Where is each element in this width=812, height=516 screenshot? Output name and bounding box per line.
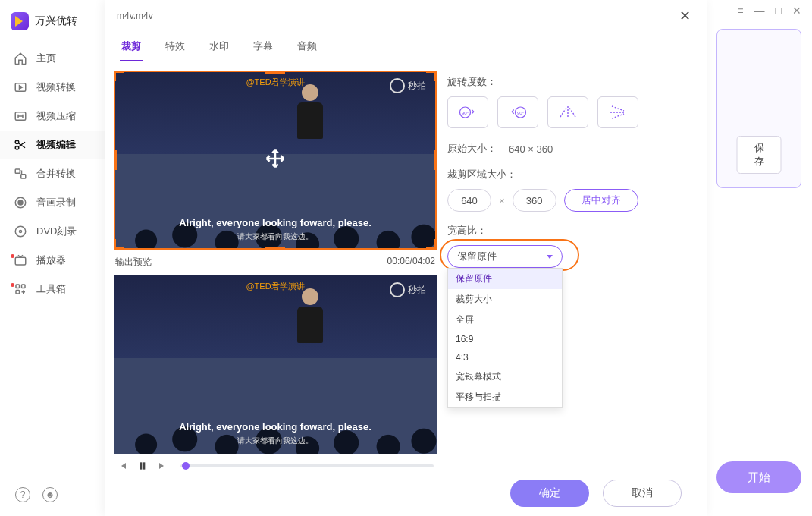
close-window-icon[interactable]: ✕	[792, 5, 801, 17]
grid-icon	[14, 282, 27, 296]
aspect-option[interactable]: 平移与扫描	[448, 387, 562, 407]
maximize-icon[interactable]: □	[776, 5, 782, 17]
nav-dvd-burn[interactable]: DVD刻录	[0, 217, 105, 246]
svg-rect-12	[22, 285, 26, 288]
nav-screen-record[interactable]: 音画录制	[0, 188, 105, 217]
edit-modal: m4v.m4v ✕ 裁剪 特效 水印 字幕 音频 @TED君学演讲 秒拍 Alr…	[105, 0, 707, 516]
nav-label: 工具箱	[36, 282, 66, 296]
aspect-ratio-label: 宽高比：	[447, 224, 690, 238]
ted-watermark: @TED君学演讲	[246, 77, 304, 88]
aspect-option[interactable]: 16:9	[448, 330, 562, 348]
subtitle-cn: 请大家都看向我这边。	[114, 436, 437, 446]
nav-video-compress[interactable]: 视频压缩	[0, 102, 105, 131]
nav-merge-convert[interactable]: 合并转换	[0, 159, 105, 188]
nav-label: 音画录制	[36, 196, 76, 209]
nav-video-convert[interactable]: 视频转换	[0, 73, 105, 102]
tab-audio[interactable]: 音频	[296, 35, 318, 61]
nav-label: 视频压缩	[36, 109, 76, 123]
save-button[interactable]: 保存	[737, 136, 782, 174]
feedback-icon[interactable]: ☻	[42, 487, 58, 502]
rotate-cw-button[interactable]: 90°	[447, 96, 488, 128]
svg-text:90°: 90°	[517, 110, 525, 115]
ok-button[interactable]: 确定	[510, 480, 589, 507]
rotate-ccw-button[interactable]: 90°	[497, 96, 538, 128]
aspect-option[interactable]: 宽银幕模式	[448, 367, 562, 387]
svg-rect-13	[16, 291, 20, 294]
svg-point-9	[20, 231, 22, 233]
nav-player[interactable]: 播放器	[0, 246, 105, 275]
nav-label: 视频转换	[36, 80, 76, 94]
tv-icon	[14, 253, 27, 267]
svg-point-7	[18, 200, 23, 205]
app-logo: 万兴优转	[0, 6, 105, 36]
aspect-option[interactable]: 全屏	[448, 310, 562, 330]
svg-rect-14	[140, 462, 143, 469]
aspect-option[interactable]: 保留原件	[448, 269, 562, 289]
move-handle-icon[interactable]	[264, 147, 287, 173]
nav-label: DVD刻录	[36, 225, 77, 238]
crop-width-input[interactable]	[447, 189, 491, 212]
subtitle-cn: 请大家都看向我这边。	[114, 231, 437, 242]
nav-toolbox[interactable]: 工具箱	[0, 275, 105, 304]
aspect-option[interactable]: 裁剪大小	[448, 289, 562, 310]
badge-dot	[11, 283, 14, 287]
nav-home[interactable]: 主页	[0, 44, 105, 73]
convert-icon	[14, 80, 27, 94]
tab-watermark[interactable]: 水印	[208, 35, 230, 61]
nav-label: 合并转换	[36, 167, 76, 181]
compress-icon	[14, 109, 27, 123]
nav-label: 主页	[36, 52, 56, 65]
flip-horizontal-button[interactable]	[547, 96, 588, 128]
start-button[interactable]: 开始	[716, 461, 801, 493]
tab-effects[interactable]: 特效	[164, 35, 187, 61]
rotation-label: 旋转度数：	[447, 75, 690, 89]
aspect-ratio-select[interactable]: 保留原件	[447, 245, 563, 268]
center-align-button[interactable]: 居中对齐	[564, 189, 638, 212]
scissors-icon	[14, 138, 27, 152]
crop-preview[interactable]: @TED君学演讲 秒拍 Alright, everyone looking fo…	[114, 71, 437, 250]
original-size-label: 原始大小：	[447, 142, 497, 156]
output-preview-label: 输出预览	[115, 256, 152, 269]
aspect-option[interactable]: 4:3	[448, 348, 562, 367]
tab-subtitle[interactable]: 字幕	[252, 35, 274, 61]
svg-text:90°: 90°	[462, 110, 469, 115]
disc-icon	[14, 225, 27, 238]
filename: m4v.m4v	[117, 11, 675, 21]
merge-icon	[14, 167, 27, 181]
cancel-button[interactable]: 取消	[603, 480, 682, 507]
record-icon	[14, 196, 27, 209]
ted-watermark: @TED君学演讲	[246, 281, 304, 292]
miaopai-watermark: 秒拍	[390, 78, 426, 93]
output-preview: @TED君学演讲 秒拍 Alright, everyone looking fo…	[114, 275, 437, 454]
svg-point-3	[15, 146, 19, 150]
crop-size-label: 裁剪区域大小：	[447, 168, 690, 181]
svg-rect-11	[16, 285, 20, 288]
subtitle-en: Alright, everyone looking foward, please…	[114, 421, 437, 433]
flip-vertical-button[interactable]	[597, 96, 638, 128]
times-separator: ×	[499, 195, 505, 206]
crop-height-input[interactable]	[513, 189, 556, 212]
nav-video-edit[interactable]: 视频编辑	[0, 131, 105, 159]
svg-rect-4	[15, 169, 20, 173]
close-icon[interactable]: ✕	[675, 6, 695, 26]
miaopai-watermark: 秒拍	[390, 282, 426, 297]
minimize-icon[interactable]: —	[754, 5, 765, 17]
output-panel: 保存	[716, 29, 801, 188]
original-size-value: 640 × 360	[509, 143, 553, 155]
logo-mark-icon	[11, 12, 29, 30]
svg-rect-5	[21, 175, 26, 178]
svg-rect-10	[15, 257, 26, 265]
menu-icon[interactable]: ≡	[737, 5, 743, 17]
progress-bar[interactable]	[180, 464, 434, 467]
subtitle-en: Alright, everyone looking foward, please…	[114, 217, 437, 228]
badge-dot	[11, 254, 14, 258]
help-icon[interactable]: ?	[15, 487, 30, 502]
app-name: 万兴优转	[35, 14, 77, 28]
svg-rect-15	[143, 462, 146, 469]
timecode: 00:06/04:02	[387, 256, 435, 269]
home-icon	[14, 52, 27, 65]
svg-point-8	[15, 226, 26, 237]
progress-handle[interactable]	[182, 462, 190, 470]
tab-crop[interactable]: 裁剪	[120, 35, 143, 61]
nav-label: 视频编辑	[36, 138, 76, 152]
